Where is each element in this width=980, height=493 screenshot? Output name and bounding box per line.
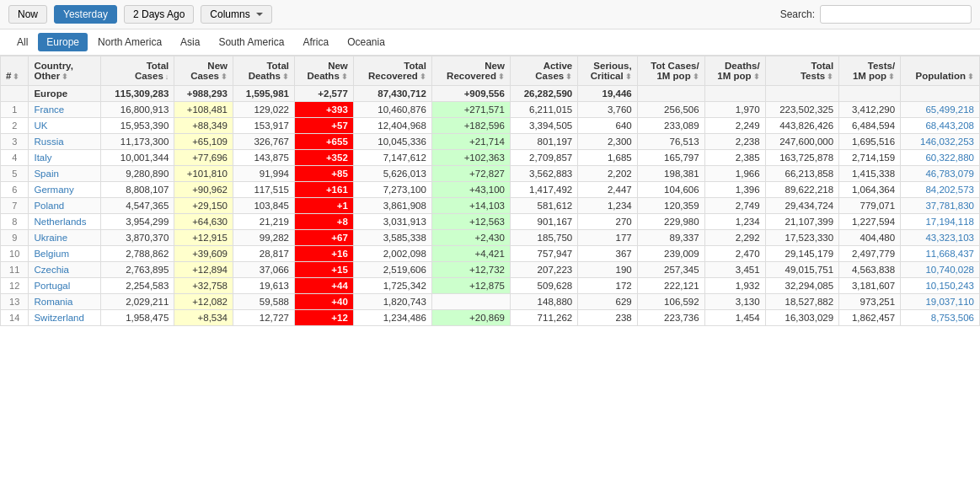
row-serious: 190 [578, 262, 638, 278]
tab-south-america[interactable]: South America [210, 33, 292, 51]
country-link[interactable]: UK [34, 121, 47, 131]
row-new-deaths: +655 [295, 134, 354, 150]
row-rank: 5 [1, 166, 29, 182]
row-deaths-1m: 2,385 [704, 150, 765, 166]
row-total-deaths: 37,066 [233, 262, 295, 278]
row-serious: 640 [578, 118, 638, 134]
row-serious: 238 [578, 310, 638, 326]
country-link[interactable]: France [34, 104, 64, 115]
row-new-recovered: +21,714 [431, 134, 510, 150]
row-total-tests: 21,107,399 [765, 214, 839, 230]
row-total-cases: 15,953,390 [100, 118, 174, 134]
search-area: Search: [780, 5, 972, 24]
col-population[interactable]: Population⬍ [901, 56, 980, 86]
columns-button[interactable]: Columns [201, 5, 271, 24]
row-population: 43,323,103 [901, 230, 980, 246]
country-link[interactable]: Russia [34, 137, 63, 147]
row-new-recovered: +43,100 [431, 182, 510, 198]
country-link[interactable]: Ukraine [34, 233, 67, 243]
row-deaths-1m: 2,470 [704, 246, 765, 262]
col-country[interactable]: Country,Other⬍ [29, 56, 100, 86]
tab-africa[interactable]: Africa [294, 33, 337, 51]
row-new-cases: +29,150 [174, 198, 233, 214]
row-new-recovered: +72,827 [431, 166, 510, 182]
row-deaths-1m: 1,932 [704, 278, 765, 294]
row-total-tests: 18,527,882 [765, 294, 839, 310]
row-new-recovered: +4,421 [431, 246, 510, 262]
row-country: Portugal [29, 278, 100, 294]
top-bar: Now Yesterday 2 Days Ago Columns Search: [0, 0, 980, 29]
table-row: 3Russia11,173,300+65,109326,767+65510,04… [1, 134, 980, 150]
country-link[interactable]: Czechia [34, 265, 69, 275]
row-new-recovered: +20,869 [431, 310, 510, 326]
search-input[interactable] [820, 5, 972, 24]
row-new-cases: +12,894 [174, 262, 233, 278]
row-tests-1m: 404,480 [839, 230, 901, 246]
row-country: Russia [29, 134, 100, 150]
yesterday-button[interactable]: Yesterday [54, 5, 117, 24]
col-new-recovered[interactable]: NewRecovered⬍ [431, 56, 510, 86]
tab-all[interactable]: All [8, 33, 36, 51]
row-new-recovered: +271,571 [431, 102, 510, 118]
col-total-tests[interactable]: TotalTests⬍ [765, 56, 839, 86]
row-rank: 2 [1, 118, 29, 134]
col-new-cases[interactable]: NewCases⬍ [174, 56, 233, 86]
row-tests-1m: 973,251 [839, 294, 901, 310]
row-tests-1m: 1,415,338 [839, 166, 901, 182]
col-rank[interactable]: #⬍ [1, 56, 29, 86]
row-total-cases: 4,547,365 [100, 198, 174, 214]
col-tot-cases-1m[interactable]: Tot Cases/1M pop⬍ [637, 56, 704, 86]
col-total-cases[interactable]: TotalCases↓ [100, 56, 174, 86]
row-population: 10,150,243 [901, 278, 980, 294]
row-total-recovered: 10,460,876 [353, 102, 431, 118]
country-link[interactable]: Belgium [34, 249, 69, 259]
country-link[interactable]: Italy [34, 153, 51, 163]
tab-oceania[interactable]: Oceania [339, 33, 394, 51]
row-active-cases: 3,394,505 [510, 118, 577, 134]
row-new-cases: +12,915 [174, 230, 233, 246]
row-country: Switzerland [29, 310, 100, 326]
country-link[interactable]: Romania [34, 297, 72, 307]
row-rank: 9 [1, 230, 29, 246]
country-link[interactable]: Netherlands [34, 217, 86, 227]
row-new-deaths: +85 [295, 166, 354, 182]
country-link[interactable]: Poland [34, 201, 64, 211]
row-active-cases: 3,562,883 [510, 166, 577, 182]
row-country: Italy [29, 150, 100, 166]
tab-asia[interactable]: Asia [172, 33, 208, 51]
row-new-cases: +64,630 [174, 214, 233, 230]
country-link[interactable]: Spain [34, 169, 58, 179]
col-deaths-1m[interactable]: Deaths/1M pop⬍ [704, 56, 765, 86]
col-tests-1m[interactable]: Tests/1M pop⬍ [839, 56, 901, 86]
row-rank: 6 [1, 182, 29, 198]
row-country: France [29, 102, 100, 118]
country-link[interactable]: Switzerland [34, 313, 83, 323]
col-new-deaths[interactable]: NewDeaths⬍ [295, 56, 354, 86]
row-tests-1m: 3,412,290 [839, 102, 901, 118]
row-population: 65,499,218 [901, 102, 980, 118]
region-pop [901, 86, 980, 102]
tab-north-america[interactable]: North America [89, 33, 170, 51]
country-link[interactable]: Portugal [34, 281, 70, 291]
row-new-recovered: +102,363 [431, 150, 510, 166]
tab-europe[interactable]: Europe [38, 33, 88, 51]
row-total-deaths: 28,817 [233, 246, 295, 262]
now-button[interactable]: Now [8, 5, 47, 24]
region-row: Europe 115,309,283 +988,293 1,595,981 +2… [1, 86, 980, 102]
two-days-button[interactable]: 2 Days Ago [124, 5, 194, 24]
row-new-recovered: +12,732 [431, 262, 510, 278]
country-link[interactable]: Germany [34, 185, 73, 195]
row-population: 11,668,437 [901, 246, 980, 262]
row-total-recovered: 3,031,913 [353, 214, 431, 230]
row-tot-1m: 256,506 [637, 102, 704, 118]
row-population: 46,783,079 [901, 166, 980, 182]
col-active-cases[interactable]: ActiveCases⬍ [510, 56, 577, 86]
row-tot-1m: 104,606 [637, 182, 704, 198]
col-total-deaths[interactable]: TotalDeaths⬍ [233, 56, 295, 86]
row-deaths-1m: 1,454 [704, 310, 765, 326]
col-total-recovered[interactable]: TotalRecovered⬍ [353, 56, 431, 86]
row-total-tests: 443,826,426 [765, 118, 839, 134]
region-serious: 19,446 [578, 86, 638, 102]
col-serious[interactable]: Serious,Critical⬍ [578, 56, 638, 86]
row-tot-1m: 76,513 [637, 134, 704, 150]
